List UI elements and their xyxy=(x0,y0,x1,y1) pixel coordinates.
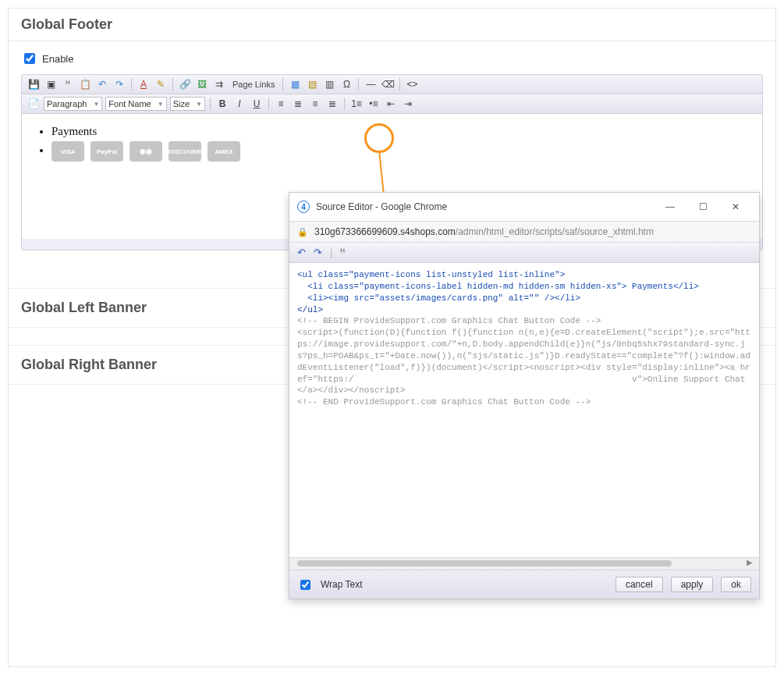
card-paypal-icon: PayPal xyxy=(90,141,123,162)
enable-label[interactable]: Enable xyxy=(42,53,73,65)
separator xyxy=(282,78,283,91)
lock-icon: 🔒 xyxy=(297,227,308,237)
separator xyxy=(210,98,211,110)
layout-icon[interactable]: ▤ xyxy=(305,77,319,91)
omega-icon[interactable]: Ω xyxy=(339,77,353,91)
separator xyxy=(172,78,173,91)
card-visa-icon: VISA xyxy=(51,141,84,162)
card-discover-icon: DISCOVER xyxy=(169,141,201,162)
underline-icon[interactable]: U xyxy=(250,97,264,111)
indent-icon[interactable]: ⇥ xyxy=(401,97,415,111)
font-size-select[interactable]: Size xyxy=(170,97,205,111)
section-header-global-footer: Global Footer xyxy=(9,9,775,41)
apply-button[interactable]: apply xyxy=(671,577,714,592)
hr-icon[interactable]: — xyxy=(364,77,378,91)
source-code-icon[interactable]: <> xyxy=(405,77,419,91)
payments-label: Payments xyxy=(51,125,747,138)
address-bar: 🔒 310g673366699609.s4shops.com/admin/htm… xyxy=(289,222,759,243)
horizontal-scrollbar[interactable] xyxy=(289,557,759,570)
align-left-icon[interactable]: ≡ xyxy=(274,97,288,111)
separator xyxy=(344,98,345,110)
grid-icon[interactable]: ▥ xyxy=(322,77,336,91)
save-icon[interactable]: 💾 xyxy=(27,77,41,91)
highlight-icon[interactable]: ✎ xyxy=(154,77,168,91)
redo-icon[interactable]: ↷ xyxy=(112,77,126,91)
redo-icon[interactable]: ↷ xyxy=(314,247,322,258)
wrap-text-checkbox[interactable] xyxy=(300,580,310,590)
new-icon[interactable]: 📄 xyxy=(27,97,41,111)
maximize-button[interactable]: ☐ xyxy=(687,197,718,216)
font-name-select[interactable]: Font Name xyxy=(105,97,166,111)
paragraph-select[interactable]: Paragraph xyxy=(44,97,102,111)
font-color-icon[interactable]: A xyxy=(137,77,151,91)
image-icon[interactable]: 🖼 xyxy=(195,77,209,91)
find-icon[interactable]: ᴴ xyxy=(61,77,75,91)
justify-icon[interactable]: ≣ xyxy=(325,97,339,111)
app-badge-icon: 4 xyxy=(297,201,310,213)
undo-icon[interactable]: ↶ xyxy=(297,247,306,258)
editor-toolbar-1: 💾 ▣ ᴴ 📋 ↶ ↷ A ✎ 🔗 🖼 ⇉ Page Links ▦ ▤ ▥ Ω xyxy=(22,75,762,94)
bold-icon[interactable]: B xyxy=(215,97,229,111)
align-center-icon[interactable]: ≣ xyxy=(291,97,305,111)
ul-icon[interactable]: •≡ xyxy=(367,97,381,111)
window-title: Source Editor - Google Chrome xyxy=(316,201,447,212)
link-icon[interactable]: 🔗 xyxy=(178,77,192,91)
clear-format-icon[interactable]: ⌫ xyxy=(381,77,395,91)
source-code-area[interactable]: <ul class="payment-icons list-unstyled l… xyxy=(289,263,759,557)
source-editor-toolbar: ↶ ↷ | ᴴ xyxy=(289,243,759,263)
align-right-icon[interactable]: ≡ xyxy=(308,97,322,111)
card-mastercard-icon: ◉◉ xyxy=(129,141,162,162)
enable-checkbox[interactable] xyxy=(24,53,35,64)
fullscreen-icon[interactable]: ▣ xyxy=(44,77,58,91)
payment-cards-row: VISA PayPal ◉◉ DISCOVER AMEX xyxy=(51,141,747,162)
address-url: 310g673366699609.s4shops.com/admin/html_… xyxy=(314,226,654,237)
outdent-icon[interactable]: ⇤ xyxy=(384,97,398,111)
window-titlebar: 4 Source Editor - Google Chrome — ☐ ✕ xyxy=(289,193,759,222)
editor-toolbar-2: 📄 Paragraph Font Name Size B I U ≡ ≣ ≡ ≣… xyxy=(22,94,762,114)
paste-icon[interactable]: 📋 xyxy=(78,77,92,91)
undo-icon[interactable]: ↶ xyxy=(95,77,109,91)
page-links-button[interactable]: Page Links xyxy=(229,80,278,89)
source-editor-window: 4 Source Editor - Google Chrome — ☐ ✕ 🔒 … xyxy=(289,192,760,599)
ok-button[interactable]: ok xyxy=(721,577,751,592)
cancel-button[interactable]: cancel xyxy=(615,577,663,592)
italic-icon[interactable]: I xyxy=(232,97,247,111)
separator xyxy=(358,78,359,91)
separator xyxy=(131,78,132,91)
separator xyxy=(268,98,269,110)
close-button[interactable]: ✕ xyxy=(720,197,751,216)
table-icon[interactable]: ▦ xyxy=(288,77,302,91)
card-amex-icon: AMEX xyxy=(208,141,240,162)
find-icon[interactable]: ᴴ xyxy=(340,247,345,258)
wrap-text-label[interactable]: Wrap Text xyxy=(321,579,363,590)
ol-icon[interactable]: 1≡ xyxy=(349,97,364,111)
source-editor-footer: Wrap Text cancel apply ok xyxy=(289,570,759,599)
minimize-button[interactable]: — xyxy=(655,197,686,216)
separator xyxy=(399,78,400,91)
anchor-icon[interactable]: ⇉ xyxy=(212,77,226,91)
